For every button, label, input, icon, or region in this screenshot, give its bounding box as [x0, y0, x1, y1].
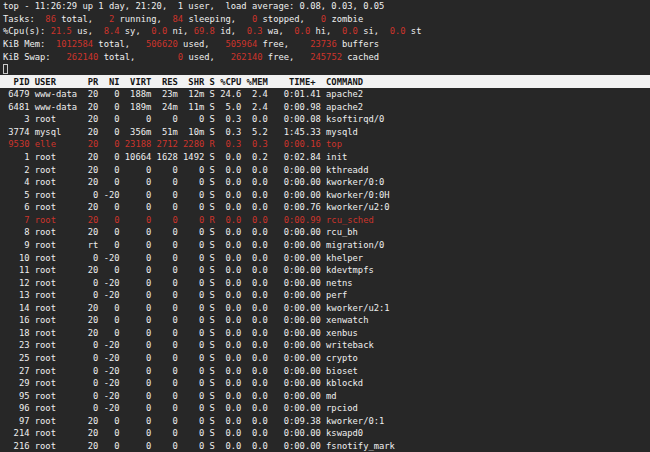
- process-row: 5 root 0 -20 0 0 0 S 0.0 0.0 0:00.00 kwo…: [0, 188, 650, 201]
- process-row: 12 root 0 -20 0 0 0 S 0.0 0.0 0:00.00 ne…: [0, 276, 650, 289]
- process-row: 27 root 0 -20 0 0 0 S 0.0 0.0 0:00.00 bi…: [0, 364, 650, 377]
- process-row: 96 root 0 -20 0 0 0 S 0.0 0.0 0:00.00 rp…: [0, 402, 650, 415]
- process-row: 14 root 20 0 0 0 0 S 0.0 0.0 0:00.00 kwo…: [0, 302, 650, 315]
- cursor-line: [0, 63, 650, 76]
- process-row: 6481 www-data 20 0 189m 24m 11m S 5.0 2.…: [0, 101, 650, 114]
- process-row: 95 root 0 -20 0 0 0 S 0.0 0.0 0:00.00 md: [0, 389, 650, 402]
- process-row: 3 root 20 0 0 0 0 S 0.3 0.0 0:00.08 ksof…: [0, 113, 650, 126]
- process-row: 23 root 0 -20 0 0 0 S 0.0 0.0 0:00.00 wr…: [0, 339, 650, 352]
- process-row: 7 root 20 0 0 0 0 R 0.0 0.0 0:00.99 rcu_…: [0, 214, 650, 227]
- cpu-line: %Cpu(s): 21.5 us, 8.4 sy, 0.0 ni, 69.8 i…: [0, 25, 650, 38]
- mem-line: KiB Mem: 1012584 total, 506620 used, 505…: [0, 38, 650, 51]
- process-row: 4 root 20 0 0 0 0 S 0.0 0.0 0:00.00 kwor…: [0, 176, 650, 189]
- process-table-header: PID USER PR NI VIRT RES SHR S %CPU %MEM …: [0, 75, 650, 88]
- process-row: 97 root 20 0 0 0 0 S 0.0 0.0 0:09.38 kwo…: [0, 415, 650, 428]
- process-row: 9 root rt 0 0 0 0 S 0.0 0.0 0:00.00 migr…: [0, 239, 650, 252]
- swap-line: KiB Swap: 262140 total, 0 used, 262140 f…: [0, 50, 650, 63]
- process-row: 9530 elle 20 0 23188 2712 2280 R 0.3 0.3…: [0, 138, 650, 151]
- process-row: 10 root 0 -20 0 0 0 S 0.0 0.0 0:00.00 kh…: [0, 251, 650, 264]
- process-row: 214 root 20 0 0 0 0 S 0.0 0.0 0:00.00 ks…: [0, 427, 650, 440]
- process-row: 11 root 20 0 0 0 0 S 0.0 0.0 0:00.00 kde…: [0, 264, 650, 277]
- process-row: 8 root 20 0 0 0 0 S 0.0 0.0 0:00.00 rcu_…: [0, 226, 650, 239]
- terminal-cursor: [3, 64, 8, 75]
- tasks-line: Tasks: 86 total, 2 running, 84 sleeping,…: [0, 13, 650, 26]
- process-row: 6 root 20 0 0 0 0 S 0.0 0.0 0:00.76 kwor…: [0, 201, 650, 214]
- process-row: 18 root 20 0 0 0 0 S 0.0 0.0 0:00.00 xen…: [0, 327, 650, 340]
- process-row: 2 root 20 0 0 0 0 S 0.0 0.0 0:00.00 kthr…: [0, 163, 650, 176]
- process-row: 1 root 20 0 10664 1628 1492 S 0.0 0.2 0:…: [0, 151, 650, 164]
- process-row: 13 root 0 -20 0 0 0 S 0.0 0.0 0:00.00 pe…: [0, 289, 650, 302]
- process-row: 16 root 20 0 0 0 0 S 0.0 0.0 0:00.00 xen…: [0, 314, 650, 327]
- process-row: 29 root 0 -20 0 0 0 S 0.0 0.0 0:00.00 kb…: [0, 377, 650, 390]
- process-row: 3774 mysql 20 0 356m 51m 10m S 0.3 5.2 1…: [0, 126, 650, 139]
- process-row: 25 root 0 -20 0 0 0 S 0.0 0.0 0:00.00 cr…: [0, 352, 650, 365]
- terminal-screen[interactable]: top - 11:26:29 up 1 day, 21:20, 1 user, …: [0, 0, 650, 452]
- process-row: 6479 www-data 20 0 188m 23m 12m S 24.6 2…: [0, 88, 650, 101]
- uptime-load-line: top - 11:26:29 up 1 day, 21:20, 1 user, …: [0, 0, 650, 13]
- process-row: 216 root 20 0 0 0 0 S 0.0 0.0 0:00.00 fs…: [0, 440, 650, 452]
